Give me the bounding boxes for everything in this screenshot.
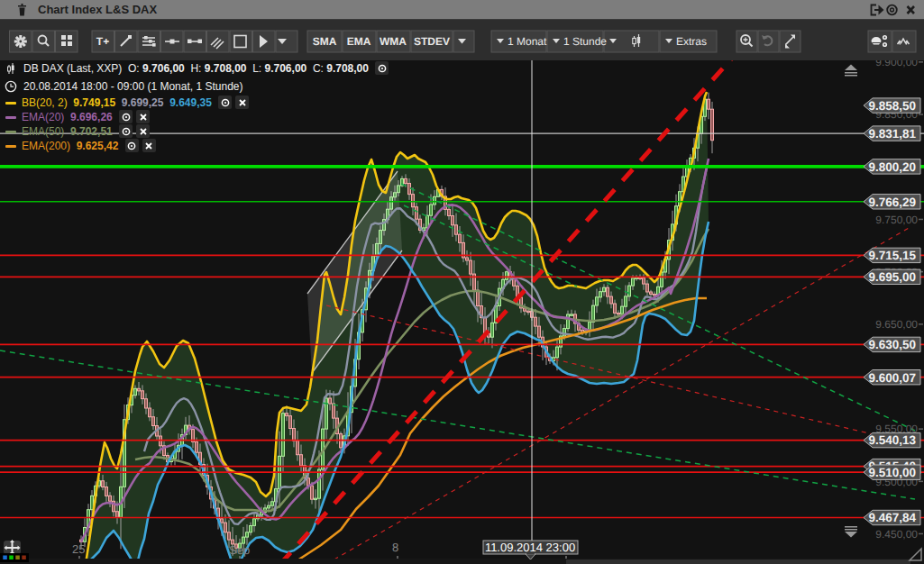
svg-text:9.695,00: 9.695,00 bbox=[868, 270, 916, 284]
svg-text:1 Stunde: 1 Stunde bbox=[563, 35, 607, 48]
svg-text:11.09.2014 23:00: 11.09.2014 23:00 bbox=[485, 541, 575, 554]
svg-text:8: 8 bbox=[392, 541, 398, 554]
svg-text:9.467,84: 9.467,84 bbox=[868, 511, 916, 524]
svg-text:9.600,07: 9.600,07 bbox=[868, 371, 916, 385]
svg-text:1 Monat: 1 Monat bbox=[508, 35, 547, 48]
svg-text:Extras: Extras bbox=[676, 35, 707, 48]
svg-text:Sep: Sep bbox=[229, 543, 250, 557]
svg-text:WMA: WMA bbox=[380, 35, 407, 48]
svg-text:SMA: SMA bbox=[313, 35, 337, 48]
svg-text:9.650,00: 9.650,00 bbox=[875, 318, 918, 331]
svg-text:25: 25 bbox=[72, 542, 85, 556]
svg-text:9.800,20: 9.800,20 bbox=[868, 160, 916, 174]
svg-text:EMA: EMA bbox=[347, 35, 371, 48]
svg-text:9.715,15: 9.715,15 bbox=[868, 249, 916, 262]
svg-text:9.510,00: 9.510,00 bbox=[868, 466, 916, 479]
svg-text:9.750,00: 9.750,00 bbox=[875, 214, 918, 226]
svg-text:9.450,00: 9.450,00 bbox=[875, 528, 918, 541]
svg-text:9.766,29: 9.766,29 bbox=[868, 196, 916, 209]
svg-text:9.858,50: 9.858,50 bbox=[868, 99, 916, 113]
svg-text:9.630,50: 9.630,50 bbox=[868, 338, 916, 351]
svg-text:9.831,81: 9.831,81 bbox=[868, 127, 916, 141]
svg-text:STDEV: STDEV bbox=[414, 35, 450, 48]
svg-text:9.540,13: 9.540,13 bbox=[868, 433, 916, 447]
svg-text:T+: T+ bbox=[96, 35, 109, 48]
